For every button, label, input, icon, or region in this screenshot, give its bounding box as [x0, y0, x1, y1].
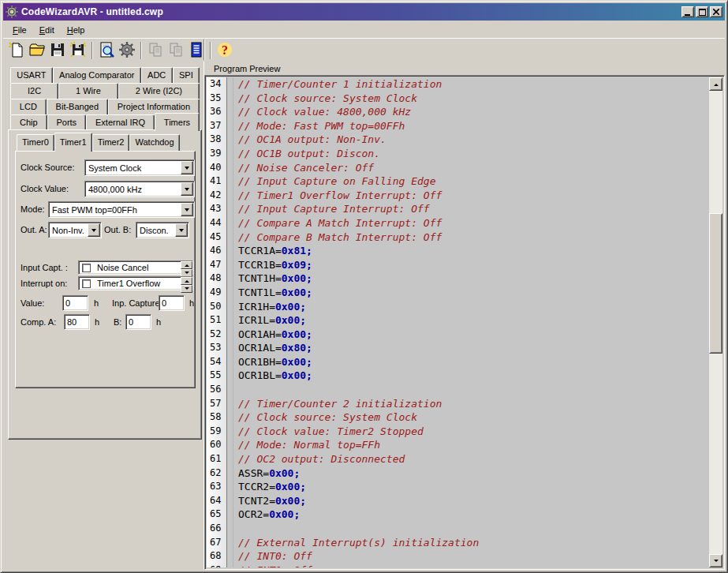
tab-row: I2C1 Wire2 Wire (I2C): [10, 83, 200, 99]
clock-source-label: Clock Source:: [21, 163, 74, 172]
tab-chip[interactable]: Chip: [10, 114, 47, 130]
line-number: 47: [207, 258, 227, 272]
save-button[interactable]: [47, 40, 67, 60]
save-as-icon: [69, 41, 87, 60]
chevron-down-icon[interactable]: [175, 223, 188, 237]
tab-timer0[interactable]: Timer0: [17, 134, 54, 151]
new-file-button[interactable]: [6, 40, 26, 60]
chevron-down-icon[interactable]: [88, 223, 100, 237]
scrollbar-thumb[interactable]: [709, 213, 722, 354]
spin-up-icon[interactable]: [181, 277, 192, 285]
inp-capture-input[interactable]: [159, 295, 185, 311]
tab-spi[interactable]: SPI: [173, 67, 200, 83]
chevron-down-icon[interactable]: [181, 182, 193, 196]
maximize-button[interactable]: [696, 6, 708, 17]
clock-source-select[interactable]: System Clock: [84, 159, 195, 176]
spin-down-icon[interactable]: [181, 285, 192, 293]
scroll-down-icon[interactable]: [709, 554, 722, 567]
app-icon[interactable]: [6, 6, 18, 18]
tab-adc[interactable]: ADC: [141, 67, 173, 83]
code-line: 59// Clock value: Timer2 Stopped: [207, 425, 709, 439]
interrupt-on-field[interactable]: Timer1 Overflow: [78, 276, 193, 290]
code-plain: TCCR1A=: [238, 245, 282, 257]
close-button[interactable]: [710, 6, 722, 17]
code-line: 53OCR1AL=0x80;: [207, 341, 709, 355]
tab-lcd[interactable]: LCD: [10, 99, 47, 114]
code-line: 64TCNT2=0x00;: [207, 494, 709, 508]
help-button[interactable]: ?: [215, 40, 234, 60]
generate-gear-button[interactable]: [117, 40, 136, 60]
tab-timers[interactable]: Timers: [155, 113, 200, 131]
line-number: 68: [207, 549, 227, 564]
chevron-down-icon[interactable]: [181, 203, 193, 216]
minimize-button[interactable]: [681, 6, 694, 17]
code-plain: TCCR2=: [238, 481, 275, 492]
spin-up-icon[interactable]: [181, 261, 192, 269]
tab-row: USARTAnalog ComparatorADCSPI: [10, 67, 200, 83]
tab-ports[interactable]: Ports: [47, 114, 87, 130]
out-a-label: Out. A:: [21, 225, 47, 234]
line-number: 39: [207, 147, 227, 161]
code-text: // Input Capture on Falling Edge: [233, 174, 435, 189]
code-text: // INT0: Off: [233, 549, 312, 564]
gutter-gap: [227, 397, 233, 411]
input-capture-field[interactable]: Noise Cancel: [78, 260, 193, 275]
line-number: 42: [207, 189, 227, 203]
gutter-gap: [227, 189, 233, 203]
value-input[interactable]: [62, 295, 88, 311]
code-plain: ICR1L=: [238, 314, 275, 326]
code-text: OCR2=0x00;: [233, 507, 300, 522]
code-text: // Noise Canceler: Off: [233, 161, 374, 175]
gutter-gap: [227, 438, 233, 452]
timer1-overflow-checkbox[interactable]: [82, 279, 91, 288]
line-number: 66: [207, 522, 227, 536]
tab-external-irq[interactable]: External IRQ: [86, 114, 155, 130]
tab-usart[interactable]: USART: [10, 67, 53, 83]
noise-cancel-checkbox[interactable]: [82, 264, 91, 272]
code-plain: TCNT1L=: [238, 286, 282, 298]
open-button[interactable]: [27, 40, 47, 60]
code-preview[interactable]: 34// Timer/Counter 1 initialization35// …: [204, 75, 725, 570]
out-b-select[interactable]: Discon.: [136, 222, 189, 238]
code-text: ICR1H=0x00;: [233, 300, 306, 314]
code-line: 34// Timer/Counter 1 initialization: [207, 77, 709, 92]
interrupt-on-label: Interrupt on:: [21, 279, 67, 288]
vertical-scrollbar[interactable]: [709, 77, 722, 567]
menu-item-edit[interactable]: Edit: [33, 24, 61, 36]
out-a-select[interactable]: Non-Inv.: [48, 222, 102, 238]
tab-analog-comparator[interactable]: Analog Comparator: [53, 67, 141, 83]
tab-bit-banged[interactable]: Bit-Banged: [47, 99, 108, 114]
tab-2-wire-i2c[interactable]: 2 Wire (I2C): [118, 83, 200, 99]
code-text: OCR1BH=0x00;: [233, 355, 312, 369]
tab-1-wire[interactable]: 1 Wire: [58, 83, 118, 99]
input-capture-spinner[interactable]: [181, 261, 192, 274]
save-as-button[interactable]: [68, 40, 88, 60]
interrupt-on-spinner[interactable]: [181, 277, 192, 290]
scroll-up-icon[interactable]: [709, 77, 722, 91]
code-line: 35// Clock source: System Clock: [207, 92, 709, 106]
code-comment: // Input Capture Interrupt: Off: [238, 203, 430, 215]
tab-timer1[interactable]: Timer1: [54, 133, 92, 152]
code-comment: // INT1: Off: [238, 564, 312, 567]
code-text: TCNT1H=0x00;: [233, 272, 312, 286]
tab-i2c[interactable]: I2C: [10, 83, 58, 99]
title-bar[interactable]: CodeWizardAVR - untitled.cwp: [3, 3, 725, 21]
code-comment: // Mode: Fast PWM top=00FFh: [238, 120, 405, 132]
tab-watchdog[interactable]: Watchdog: [129, 134, 179, 151]
chevron-down-icon[interactable]: [181, 161, 193, 174]
code-text: [233, 522, 238, 536]
comp-a-input[interactable]: [64, 314, 90, 330]
menu-item-help[interactable]: Help: [61, 24, 91, 36]
clock-value-select[interactable]: 4800,000 kHz: [84, 181, 195, 197]
tab-timer2[interactable]: Timer2: [92, 134, 130, 151]
mode-select[interactable]: Fast PWM top=00FFh: [48, 201, 195, 218]
menu-item-file[interactable]: File: [6, 24, 33, 36]
preview-button[interactable]: [96, 40, 116, 60]
code-line: 47TCCR1B=0x09;: [207, 258, 709, 272]
gutter-gap: [227, 480, 233, 494]
comp-b-input[interactable]: [125, 314, 151, 330]
code-text: // External Interrupt(s) initialization: [233, 536, 479, 550]
tab-project-information[interactable]: Project Information: [108, 99, 200, 114]
gutter-gap: [227, 92, 233, 106]
code-text: OCR1BL=0x00;: [233, 369, 312, 383]
